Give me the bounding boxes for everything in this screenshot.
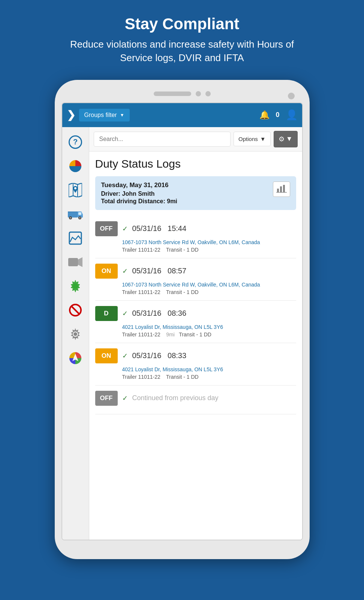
log-date-info: Tuesday, May 31, 2016 Driver: John Smith… bbox=[101, 182, 177, 205]
sidebar-item-settings[interactable] bbox=[64, 323, 87, 345]
log-entry-1[interactable]: OFF ✓ 05/31/16 15:44 1067-1073 North Ser… bbox=[95, 216, 296, 258]
svg-rect-22 bbox=[277, 189, 279, 192]
log-location-2: 1067-1073 North Service Rd W, Oakville, … bbox=[95, 282, 296, 288]
options-dropdown-arrow: ▼ bbox=[260, 136, 266, 142]
checkmark-icon-5: ✓ bbox=[122, 394, 128, 402]
sidebar-item-vehicles[interactable] bbox=[64, 203, 87, 225]
alerts-icon bbox=[69, 279, 82, 293]
svg-marker-15 bbox=[78, 257, 82, 267]
log-location-1: 1067-1073 North Service Rd W, Oakville, … bbox=[95, 239, 296, 245]
gear-button-dropdown: ▼ bbox=[286, 135, 293, 143]
groups-filter-button[interactable]: Groups filter ▼ bbox=[79, 109, 130, 122]
log-entry-4-row: ON ✓ 05/31/16 08:33 bbox=[95, 348, 296, 363]
back-arrow[interactable]: ❯ bbox=[67, 109, 75, 121]
log-datetime-5: Continued from previous day bbox=[132, 394, 219, 402]
bar-chart-icon bbox=[276, 184, 287, 193]
phone-mockup: ❯ Groups filter ▼ 🔔 0 👤 bbox=[55, 80, 310, 559]
svg-point-20 bbox=[73, 332, 77, 336]
log-driver-label: Driver: bbox=[101, 190, 121, 197]
sidebar-item-navigation[interactable] bbox=[64, 347, 87, 369]
checkmark-icon-4: ✓ bbox=[122, 352, 128, 360]
video-icon bbox=[68, 256, 82, 268]
page-subtitle: Reduce violations and increase safety wi… bbox=[70, 38, 295, 65]
app-navbar: ❯ Groups filter ▼ 🔔 0 👤 bbox=[62, 103, 302, 127]
svg-point-9 bbox=[70, 217, 71, 219]
svg-line-18 bbox=[71, 306, 79, 314]
log-entry-3-row: D ✓ 05/31/16 08:36 bbox=[95, 306, 296, 321]
svg-rect-7 bbox=[78, 212, 81, 215]
search-input[interactable] bbox=[94, 132, 231, 147]
status-badge-d: D bbox=[95, 306, 118, 321]
search-bar-row: Options ▼ ⚙ ▼ bbox=[89, 127, 302, 152]
header-section: Stay Compliant Reduce violations and inc… bbox=[0, 0, 364, 76]
sidebar-item-reports[interactable] bbox=[64, 155, 87, 177]
gear-icon bbox=[69, 327, 82, 341]
log-details-4: Trailer 11011-22 Transit - 1 DD bbox=[95, 374, 296, 380]
log-location-3: 4021 Loyalist Dr, Mississauga, ON L5L 3Y… bbox=[95, 324, 296, 330]
groups-filter-label: Groups filter bbox=[84, 112, 117, 118]
navigation-icon bbox=[69, 351, 82, 365]
distance-value-3: 9mi bbox=[166, 332, 175, 338]
log-distance-label: Total driving Distance: bbox=[101, 198, 165, 204]
log-details-2: Trailer 11011-22 Transit - 1 DD bbox=[95, 289, 296, 295]
phone-speaker bbox=[154, 92, 191, 96]
sidebar-item-alerts[interactable] bbox=[64, 275, 87, 297]
page-content-area: Duty Status Logs Tuesday, May 31, 2016 D… bbox=[89, 152, 302, 414]
options-button[interactable]: Options ▼ bbox=[234, 132, 271, 146]
status-badge-off-1: OFF bbox=[95, 221, 118, 236]
log-entry-3[interactable]: D ✓ 05/31/16 08:36 4021 Loyalist Dr, Mis… bbox=[95, 301, 296, 343]
gear-button-icon: ⚙ bbox=[279, 135, 285, 143]
notification-bell-icon[interactable]: 🔔 bbox=[259, 110, 270, 120]
phone-camera bbox=[288, 93, 295, 99]
log-datetime-2: 05/31/16 08:57 bbox=[132, 267, 187, 275]
app-body: ? bbox=[62, 127, 302, 540]
svg-point-16 bbox=[73, 284, 78, 289]
main-content: Options ▼ ⚙ ▼ Duty Status Logs bbox=[89, 127, 302, 540]
svg-rect-24 bbox=[283, 185, 285, 192]
log-entry-2-row: ON ✓ 05/31/16 08:57 bbox=[95, 264, 296, 279]
groups-filter-dropdown-arrow: ▼ bbox=[120, 112, 124, 118]
sidebar-item-map[interactable] bbox=[64, 179, 87, 201]
question-icon: ? bbox=[69, 135, 82, 149]
map-icon bbox=[69, 183, 82, 197]
sidebar-item-media[interactable] bbox=[64, 227, 87, 249]
phone-dot-1 bbox=[196, 91, 201, 96]
navbar-right: 🔔 0 👤 bbox=[259, 109, 297, 121]
checkmark-icon-1: ✓ bbox=[122, 225, 128, 233]
log-entry-5[interactable]: OFF ✓ Continued from previous day bbox=[95, 386, 296, 414]
log-location-4: 4021 Loyalist Dr, Mississauga, ON L5L 3Y… bbox=[95, 366, 296, 372]
image-icon bbox=[69, 231, 82, 245]
status-badge-on-1: ON bbox=[95, 264, 118, 279]
checkmark-icon-3: ✓ bbox=[122, 309, 128, 318]
log-details-3: Trailer 11011-22 9mi Transit - 1 DD bbox=[95, 332, 296, 338]
log-entry-2[interactable]: ON ✓ 05/31/16 08:57 1067-1073 North Serv… bbox=[95, 258, 296, 301]
status-badge-off-2: OFF bbox=[95, 391, 118, 406]
log-driver: Driver: John Smith bbox=[101, 190, 177, 197]
log-distance: Total driving Distance: 9mi bbox=[101, 198, 177, 205]
log-driver-name: John Smith bbox=[122, 190, 155, 197]
log-entry-4[interactable]: ON ✓ 05/31/16 08:33 4021 Loyalist Dr, Mi… bbox=[95, 343, 296, 386]
log-datetime-1: 05/31/16 15:44 bbox=[132, 224, 187, 233]
log-datetime-4: 05/31/16 08:33 bbox=[132, 351, 187, 360]
user-profile-icon[interactable]: 👤 bbox=[286, 109, 298, 121]
gear-settings-button[interactable]: ⚙ ▼ bbox=[274, 131, 298, 147]
chart-view-button[interactable] bbox=[273, 182, 290, 197]
log-entry-5-row: OFF ✓ Continued from previous day bbox=[95, 391, 296, 406]
checkmark-icon-2: ✓ bbox=[122, 267, 128, 275]
sidebar-item-help[interactable]: ? bbox=[64, 131, 87, 153]
log-datetime-3: 05/31/16 08:36 bbox=[132, 309, 187, 318]
log-distance-value: 9mi bbox=[167, 198, 177, 204]
log-date: Tuesday, May 31, 2016 bbox=[101, 182, 177, 189]
truck-icon bbox=[68, 208, 83, 220]
svg-point-4 bbox=[74, 187, 76, 189]
sidebar: ? bbox=[62, 127, 89, 540]
notification-count: 0 bbox=[276, 111, 279, 119]
sidebar-item-prohibited[interactable] bbox=[64, 299, 87, 321]
phone-dot-2 bbox=[205, 91, 211, 96]
log-date-card: Tuesday, May 31, 2016 Driver: John Smith… bbox=[95, 176, 296, 210]
pie-chart-icon bbox=[69, 159, 82, 173]
phone-screen: ❯ Groups filter ▼ 🔔 0 👤 bbox=[61, 102, 303, 540]
svg-rect-14 bbox=[68, 258, 78, 266]
sidebar-item-video[interactable] bbox=[64, 251, 87, 273]
duty-status-logs-title: Duty Status Logs bbox=[95, 158, 296, 170]
